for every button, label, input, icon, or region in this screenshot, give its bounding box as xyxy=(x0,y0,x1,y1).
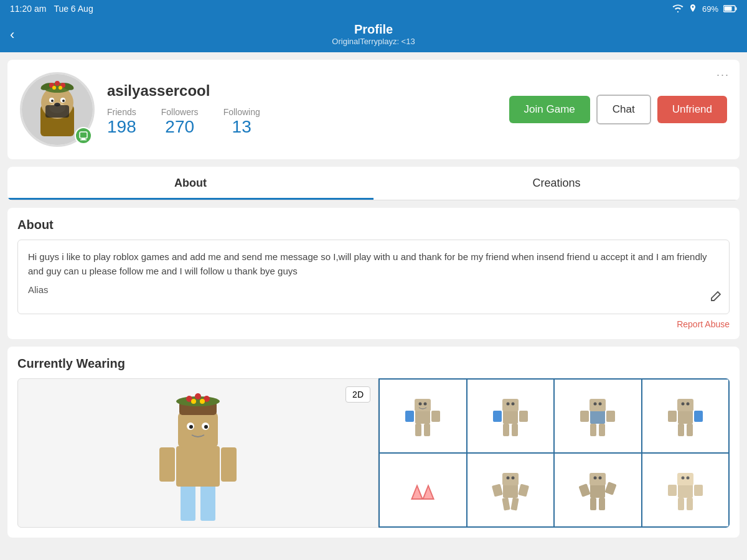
svg-rect-88 xyxy=(605,482,617,495)
about-text: Hi guys i like to play roblox games and … xyxy=(28,250,719,278)
svg-rect-51 xyxy=(519,411,528,422)
wearing-items-grid xyxy=(378,378,730,528)
wifi-icon xyxy=(672,4,684,13)
report-abuse-link[interactable]: Report Abuse xyxy=(17,314,730,329)
wearing-3d-view: 2D xyxy=(17,378,378,528)
item-cell[interactable] xyxy=(642,454,729,526)
svg-point-37 xyxy=(195,393,201,399)
time-display: 11:20 am xyxy=(10,4,46,14)
friends-stat[interactable]: Friends 198 xyxy=(107,107,136,137)
friends-value: 198 xyxy=(107,117,136,137)
svg-rect-67 xyxy=(668,411,677,422)
svg-rect-1 xyxy=(725,7,732,11)
svg-rect-82 xyxy=(510,497,519,510)
svg-rect-42 xyxy=(405,411,414,422)
followers-stat[interactable]: Followers 270 xyxy=(161,107,199,137)
following-label: Following xyxy=(223,107,260,117)
status-bar: 11:20 am Tue 6 Aug 69% xyxy=(0,0,747,17)
svg-point-65 xyxy=(599,402,602,405)
svg-rect-91 xyxy=(590,473,606,485)
online-badge xyxy=(75,127,92,144)
item-cell[interactable] xyxy=(642,380,729,452)
tab-about[interactable]: About xyxy=(7,167,374,200)
svg-rect-60 xyxy=(590,410,605,424)
svg-point-39 xyxy=(191,399,196,404)
about-box: Hi guys i like to play roblox games and … xyxy=(17,240,730,314)
wearing-heading: Currently Wearing xyxy=(17,357,730,371)
header-subtitle: OriginalTerryplayz: <13 xyxy=(0,37,747,46)
chat-button[interactable]: Chat xyxy=(596,95,651,124)
date-display: Tue 6 Aug xyxy=(54,4,93,14)
following-value: 13 xyxy=(223,117,260,137)
avatar-container xyxy=(20,72,95,147)
svg-point-55 xyxy=(506,402,509,405)
svg-rect-86 xyxy=(590,484,605,498)
svg-rect-21 xyxy=(80,132,87,138)
svg-rect-99 xyxy=(677,473,693,485)
battery-display: 69% xyxy=(702,4,718,14)
svg-rect-2 xyxy=(736,7,737,11)
item-cell[interactable] xyxy=(380,380,466,452)
svg-rect-69 xyxy=(678,424,684,436)
profile-info: asilyassercool Friends 198 Followers 270… xyxy=(107,82,497,137)
page-title: Profile xyxy=(0,22,747,37)
item-cell[interactable] xyxy=(555,454,641,526)
svg-rect-81 xyxy=(502,497,510,510)
unfriend-button[interactable]: Unfriend xyxy=(657,96,727,123)
about-section: About Hi guys i like to play roblox game… xyxy=(7,208,740,339)
svg-rect-89 xyxy=(590,498,596,510)
svg-point-101 xyxy=(686,476,689,479)
svg-rect-62 xyxy=(599,424,605,436)
svg-point-100 xyxy=(681,476,684,479)
status-bar-right: 69% xyxy=(672,4,737,14)
stats-row: Friends 198 Followers 270 Following 13 xyxy=(107,107,497,137)
item-cell[interactable] xyxy=(380,454,466,526)
svg-rect-25 xyxy=(200,483,215,521)
tab-creations[interactable]: Creations xyxy=(374,167,740,200)
followers-label: Followers xyxy=(161,107,199,117)
svg-point-11 xyxy=(62,100,65,102)
following-stat[interactable]: Following 13 xyxy=(223,107,260,137)
main-content: ··· xyxy=(0,52,747,545)
item-cell[interactable] xyxy=(467,454,554,526)
location-icon xyxy=(688,4,697,13)
svg-rect-26 xyxy=(176,446,220,487)
svg-rect-24 xyxy=(181,483,195,521)
card-menu-dots[interactable]: ··· xyxy=(716,68,730,82)
followers-value: 270 xyxy=(161,117,199,137)
svg-point-93 xyxy=(599,476,602,479)
svg-rect-70 xyxy=(687,424,693,436)
svg-rect-12 xyxy=(45,105,69,118)
username: asilyassercool xyxy=(107,82,497,100)
svg-rect-45 xyxy=(424,424,430,436)
svg-rect-50 xyxy=(493,411,502,422)
svg-rect-23 xyxy=(80,139,87,141)
svg-rect-44 xyxy=(415,424,421,436)
svg-point-73 xyxy=(686,402,689,405)
svg-rect-66 xyxy=(678,410,693,424)
svg-point-92 xyxy=(594,476,597,479)
profile-actions: Join Game Chat Unfriend xyxy=(509,95,727,124)
tabs-container: About Creations xyxy=(7,167,740,200)
edit-icon[interactable] xyxy=(709,291,721,306)
svg-rect-41 xyxy=(415,410,430,424)
toggle-2d-button[interactable]: 2D xyxy=(345,386,370,403)
friends-label: Friends xyxy=(107,107,136,117)
svg-rect-78 xyxy=(503,484,518,498)
join-game-button[interactable]: Join Game xyxy=(509,96,590,123)
svg-rect-98 xyxy=(687,498,693,510)
svg-point-10 xyxy=(51,100,54,102)
item-cell[interactable] xyxy=(555,380,641,452)
svg-rect-87 xyxy=(579,483,591,497)
tabs-row: About Creations xyxy=(7,167,740,200)
svg-rect-52 xyxy=(503,424,509,436)
svg-rect-63 xyxy=(590,399,606,411)
item-cell[interactable] xyxy=(467,380,554,452)
svg-point-47 xyxy=(419,402,422,405)
svg-point-64 xyxy=(594,402,597,405)
svg-rect-61 xyxy=(590,424,596,436)
character-figure xyxy=(148,390,248,527)
wearing-content: 2D xyxy=(17,378,730,528)
svg-rect-71 xyxy=(677,399,693,411)
svg-rect-22 xyxy=(82,138,85,139)
